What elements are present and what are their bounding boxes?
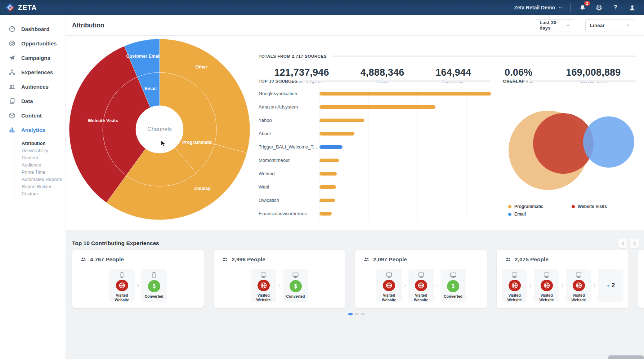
experiences-next-button[interactable] bbox=[630, 239, 639, 248]
legend-item-programmatic: Programmatic bbox=[508, 204, 572, 209]
bar-track bbox=[319, 194, 491, 207]
header-rule bbox=[332, 56, 636, 57]
attribution-model-select[interactable]: Linear bbox=[585, 19, 635, 31]
source-bar[interactable] bbox=[319, 145, 343, 149]
source-bar[interactable] bbox=[319, 199, 335, 202]
source-label: Wabi bbox=[259, 184, 319, 190]
carousel-dot[interactable] bbox=[348, 313, 353, 315]
channels-sunburst-chart[interactable]: ProgrammaticDisplayEmailOtherWebsite Vis… bbox=[66, 37, 253, 230]
sidebar-item-opportunities[interactable]: Opportunities bbox=[0, 36, 66, 50]
gear-icon: ⚙ bbox=[596, 4, 603, 12]
sidebar-item-analytics[interactable]: Analytics bbox=[0, 123, 66, 137]
account-name: Zeta Retail Demo bbox=[514, 5, 555, 10]
source-bar[interactable] bbox=[319, 92, 491, 96]
legend-dot-icon bbox=[508, 213, 511, 216]
source-bar[interactable] bbox=[319, 159, 339, 162]
sidebar-item-experiences[interactable]: Experiences bbox=[0, 65, 66, 79]
step-chevron-icon bbox=[136, 284, 140, 287]
dollar-icon bbox=[292, 282, 300, 290]
experience-card[interactable]: 2,996 PeopleVisited WebsiteConverted bbox=[214, 250, 345, 308]
sidebar-item-audiences[interactable]: Audiences bbox=[0, 79, 66, 94]
sidebar-subitem-attribution[interactable]: Attribution bbox=[14, 140, 66, 147]
source-bar[interactable] bbox=[319, 119, 364, 122]
settings-button[interactable]: ⚙ bbox=[594, 3, 604, 12]
source-label: Momontimeout bbox=[259, 158, 319, 163]
zeta-logo[interactable]: ZETA bbox=[0, 3, 37, 12]
sidebar-subitem-prime-time[interactable]: Prime Time bbox=[14, 169, 66, 176]
step-tile-visited-website[interactable]: Visited Website bbox=[251, 269, 276, 302]
top-navbar: ZETA Zeta Retail Demo 2 ⚙ ? bbox=[0, 0, 644, 15]
source-bar[interactable] bbox=[319, 172, 337, 176]
globe-icon bbox=[260, 282, 268, 289]
campaigns-icon bbox=[8, 54, 16, 62]
chevron-right-icon bbox=[435, 284, 439, 287]
sidebar-item-data[interactable]: Data bbox=[0, 94, 66, 108]
phone-icon bbox=[118, 271, 126, 279]
sunburst-label: Email bbox=[144, 86, 156, 91]
source-bar[interactable] bbox=[319, 185, 336, 189]
experience-card[interactable]: 2,075 PeopleVisited WebsiteVisited Websi… bbox=[497, 250, 629, 308]
source-bar[interactable] bbox=[319, 212, 332, 216]
account-switcher[interactable]: Zeta Retail Demo bbox=[514, 5, 563, 10]
overlap-venn-chart[interactable] bbox=[498, 87, 644, 203]
experience-card[interactable]: 2,097 PeopleVisited WebsiteVisited Websi… bbox=[355, 250, 487, 308]
analytics-submenu: AttributionDeliverabilityContentAudience… bbox=[14, 139, 66, 198]
sidebar-subitem-automated-reports[interactable]: Automated Reports bbox=[14, 176, 66, 183]
experiences-prev-button[interactable] bbox=[618, 239, 627, 248]
source-label: Trigger_BALI_Welcome_T... bbox=[259, 144, 319, 150]
globe-icon bbox=[509, 280, 521, 291]
sidebar-subitem-report-builder[interactable]: Report Builder bbox=[14, 183, 66, 190]
bar-track bbox=[319, 167, 491, 180]
sidebar-item-content[interactable]: Content bbox=[0, 108, 66, 123]
date-range-select[interactable]: Last 30 days bbox=[535, 19, 575, 31]
profile-button[interactable] bbox=[627, 3, 637, 12]
step-tile-visited-website[interactable]: Visited Website bbox=[408, 269, 434, 302]
source-bar[interactable] bbox=[319, 105, 435, 109]
step-tile-visited-website[interactable]: Visited Website bbox=[376, 269, 402, 302]
dollar-icon bbox=[447, 280, 459, 292]
experience-steps: Visited WebsiteConverted bbox=[214, 269, 345, 302]
sidebar-item-campaigns[interactable]: Campaigns bbox=[0, 50, 66, 65]
source-bar[interactable] bbox=[319, 132, 354, 136]
experience-card[interactable]: 4,767 PeopleVisited WebsiteConverted bbox=[72, 250, 204, 308]
step-tile-visited-website[interactable]: Visited Website bbox=[109, 269, 135, 302]
step-tile-converted[interactable]: Converted bbox=[141, 269, 167, 302]
experience-card[interactable] bbox=[638, 250, 644, 308]
step-tile-converted[interactable]: Converted bbox=[440, 269, 466, 302]
step-tile-visited-website[interactable]: Visited Website bbox=[502, 269, 527, 302]
chevron-right-icon bbox=[403, 284, 407, 287]
step-tile-visited-website[interactable]: Visited Website bbox=[534, 269, 559, 302]
desktop-icon bbox=[385, 271, 393, 279]
sidebar: DashboardOpportunitiesCampaignsExperienc… bbox=[0, 15, 66, 359]
source-row-googlesyndication: Googlesyndication bbox=[259, 87, 491, 100]
step-tile-visited-website[interactable]: Visited Website bbox=[566, 269, 591, 302]
more-steps-tile[interactable]: +2 bbox=[598, 269, 623, 302]
scrollbar-thumb[interactable] bbox=[608, 355, 644, 359]
bar-track bbox=[319, 114, 491, 127]
notifications-button[interactable]: 2 bbox=[578, 3, 587, 12]
bar-track bbox=[319, 140, 491, 154]
chevron-right-icon bbox=[136, 284, 140, 287]
desktop-icon bbox=[417, 271, 425, 279]
source-label: Owlcation bbox=[259, 198, 319, 203]
sidebar-subitem-deliverability[interactable]: Deliverability bbox=[14, 147, 66, 154]
carousel-dot[interactable] bbox=[354, 313, 359, 315]
source-row-webmd: Webmd bbox=[259, 167, 491, 180]
step-tile-converted[interactable]: Converted bbox=[283, 269, 308, 302]
people-icon bbox=[505, 256, 511, 263]
sidebar-subitem-custom[interactable]: Custom bbox=[14, 190, 66, 198]
chevron-down-icon bbox=[558, 5, 563, 10]
source-label: Amazon-Adsystem bbox=[259, 104, 319, 110]
desktop-icon bbox=[450, 271, 457, 279]
bar-track bbox=[319, 100, 491, 114]
venn-set-email[interactable] bbox=[583, 116, 634, 168]
experience-people-count: 2,996 People bbox=[222, 256, 265, 263]
globe-icon bbox=[417, 282, 425, 289]
carousel-dot[interactable] bbox=[361, 313, 365, 315]
dollar-icon bbox=[148, 280, 160, 292]
sidebar-subitem-audience[interactable]: Audience bbox=[14, 161, 66, 169]
experience-steps: Visited WebsiteVisited WebsiteConverted bbox=[355, 269, 487, 302]
help-button[interactable]: ? bbox=[611, 3, 620, 12]
sidebar-item-dashboard[interactable]: Dashboard bbox=[0, 22, 66, 36]
sidebar-subitem-content[interactable]: Content bbox=[14, 154, 66, 161]
